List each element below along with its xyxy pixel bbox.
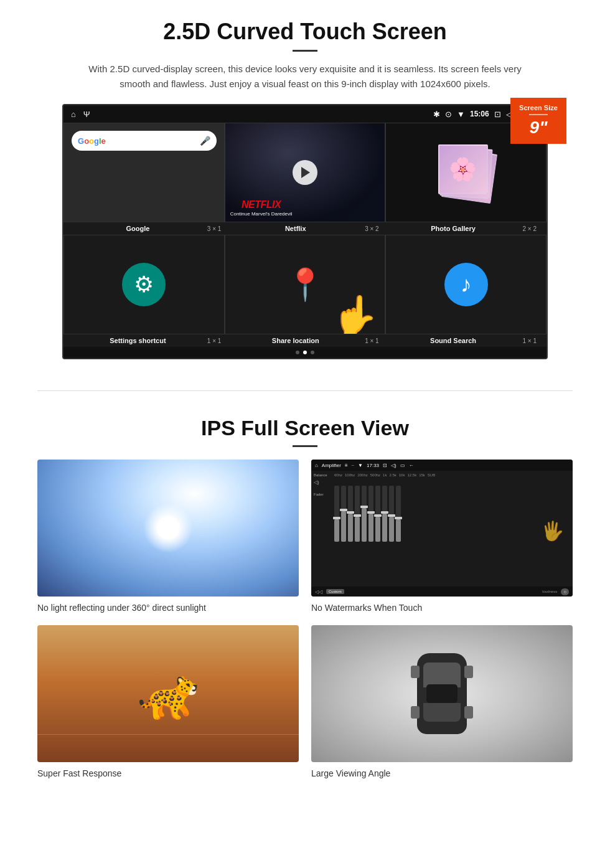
amp-track-2 xyxy=(341,486,346,542)
amp-track-8 xyxy=(382,486,387,542)
badge-size: 9" xyxy=(519,118,558,138)
google-label: Google xyxy=(68,225,207,232)
google-logo: Google xyxy=(78,136,106,146)
netflix-app-cell[interactable]: NETFLIX Continue Marvel's Daredevil xyxy=(225,123,386,222)
amp-handle-10[interactable] xyxy=(395,517,402,519)
amp-arrow-left: ◁◁ xyxy=(315,589,322,595)
status-time: 15:06 xyxy=(470,110,489,118)
amp-handle-2[interactable] xyxy=(340,509,347,511)
amp-content: Balance ◁) Fader 60hz100hz200hz500hz1k2.… xyxy=(311,471,573,587)
feature-amplifier: ⌂ Amplifier ≡ ·· ▼ 17:33 ⊡ ◁) ▭ ← Balanc… xyxy=(311,460,573,613)
netflix-play-button[interactable] xyxy=(293,160,317,185)
amp-sidebar: Balance ◁) Fader xyxy=(314,473,332,584)
camera-icon[interactable]: ⊡ xyxy=(494,110,501,119)
share-grid-size: 1 × 1 xyxy=(365,337,379,344)
dot-3 xyxy=(311,351,314,354)
amp-fill-4 xyxy=(355,517,360,542)
wifi-icon: ▼ xyxy=(457,110,465,119)
amp-custom-button[interactable]: Custom xyxy=(326,589,344,594)
app-grid-row2: ⚙ 📍 👆 ♪ xyxy=(63,235,547,334)
amp-bar-3 xyxy=(348,486,353,542)
app-grid-row1: Google 🎤 NETFLIX Continue Marvel's Dared… xyxy=(63,123,547,222)
amp-freq-labels: 60hz100hz200hz500hz1k2.5k10k12.5k15kSUB xyxy=(334,473,570,477)
amp-fader-label: Fader xyxy=(314,493,332,496)
amp-handle-9[interactable] xyxy=(388,514,395,517)
amp-handle-8[interactable] xyxy=(381,511,388,514)
sunlight-label: No light reflecting under 360° direct su… xyxy=(37,603,299,613)
ips-screen-section: IPS Full Screen View No light reflecting… xyxy=(0,410,610,797)
car-label: Large Viewing Angle xyxy=(311,768,573,778)
amp-bars: 🖐 xyxy=(334,479,570,542)
cheetah-visual: 🐆 xyxy=(37,625,299,762)
status-bar: ⌂ Ψ ✱ ⊙ ▼ 15:06 ⊡ ◁) ⊠ ▭ xyxy=(63,105,547,123)
screen-size-badge: Screen Size 9" xyxy=(510,98,566,144)
amp-bar-8 xyxy=(382,486,387,542)
car-rear xyxy=(423,703,461,722)
gallery-label: Photo Gallery xyxy=(384,225,523,232)
amp-balance-label: Balance xyxy=(314,473,332,477)
google-search-bar[interactable]: Google 🎤 xyxy=(72,131,217,151)
amp-bar-7 xyxy=(375,486,380,542)
sound-label: Sound Search xyxy=(384,337,523,344)
settings-grid-size: 1 × 1 xyxy=(207,337,222,344)
gallery-card-front: 🌸 xyxy=(438,144,488,194)
google-grid-size: 3 × 1 xyxy=(207,225,222,232)
amplifier-label: No Watermarks When Touch xyxy=(311,603,573,613)
sunlight-image xyxy=(37,460,299,597)
feature-grid: No light reflecting under 360° direct su… xyxy=(37,460,573,778)
google-app-cell[interactable]: Google 🎤 xyxy=(63,123,225,222)
amp-bar-4 xyxy=(355,486,360,542)
amp-track-9 xyxy=(389,486,394,542)
car-windshield xyxy=(423,663,461,687)
sunlight-visual xyxy=(37,460,299,597)
amp-wifi: ▼ xyxy=(358,463,363,468)
location-icon: ⊙ xyxy=(445,110,452,119)
amp-faders: 60hz100hz200hz500hz1k2.5k10k12.5k15kSUB xyxy=(334,473,570,584)
sound-search-app-cell[interactable]: ♪ xyxy=(385,235,547,334)
feature-cheetah: 🐆 Super Fast Response xyxy=(37,625,299,778)
amp-handle-5[interactable] xyxy=(360,506,368,508)
amp-track-10 xyxy=(396,486,401,542)
curved-screen-section: 2.5D Curved Touch Screen With 2.5D curve… xyxy=(0,0,610,372)
gallery-grid-size: 2 × 2 xyxy=(522,225,537,232)
amp-fill-9 xyxy=(389,517,394,542)
share-location-app-cell[interactable]: 📍 👆 xyxy=(225,235,386,334)
amp-fill-5 xyxy=(362,508,367,542)
amp-header: ⌂ Amplifier ≡ ·· ▼ 17:33 ⊡ ◁) ▭ ← xyxy=(311,460,573,471)
netflix-label: Netflix xyxy=(226,225,365,232)
amp-fill-3 xyxy=(348,514,353,542)
bluetooth-icon: ✱ xyxy=(433,110,440,119)
amp-handle-1[interactable] xyxy=(333,517,340,519)
amp-handle-4[interactable] xyxy=(354,514,361,517)
hand-pointing-icon: 👆 xyxy=(332,293,378,334)
amp-time: 17:33 xyxy=(367,463,379,468)
ground-line xyxy=(37,734,299,735)
amp-track-5 xyxy=(362,486,367,542)
amp-home-icon: ⌂ xyxy=(315,463,318,468)
car-wheel-front-left xyxy=(411,666,420,678)
dot-2 xyxy=(303,351,307,354)
cheetah-icon: 🐆 xyxy=(137,664,199,723)
car-wheel-rear-right xyxy=(464,706,473,719)
screen-mock-wrapper: Screen Size 9" ⌂ Ψ ✱ ⊙ ▼ 15:06 ⊡ ◁) ⊠ xyxy=(62,104,548,359)
amplifier-visual: ⌂ Amplifier ≡ ·· ▼ 17:33 ⊡ ◁) ▭ ← Balanc… xyxy=(311,460,573,597)
app-labels-row2: Settings shortcut 1 × 1 Share location 1… xyxy=(63,334,547,347)
home-icon[interactable]: ⌂ xyxy=(71,110,76,119)
section2-title: IPS Full Screen View xyxy=(37,416,573,440)
screen-dots xyxy=(63,347,547,358)
car-image xyxy=(311,625,573,762)
amp-toggle[interactable]: ○ xyxy=(561,588,569,595)
amp-handle-7[interactable] xyxy=(374,514,382,517)
netflix-subtitle: Continue Marvel's Daredevil xyxy=(230,211,293,217)
amp-handle-6[interactable] xyxy=(367,511,375,514)
amp-fill-1 xyxy=(334,519,339,542)
settings-gear-icon: ⚙ xyxy=(134,271,154,298)
amp-track-6 xyxy=(368,486,373,542)
mic-icon[interactable]: 🎤 xyxy=(200,136,210,146)
usb-icon: Ψ xyxy=(83,110,90,119)
amp-handle-3[interactable] xyxy=(347,511,354,514)
amplifier-image: ⌂ Amplifier ≡ ·· ▼ 17:33 ⊡ ◁) ▭ ← Balanc… xyxy=(311,460,573,597)
netflix-overlay: NETFLIX Continue Marvel's Daredevil xyxy=(230,199,293,217)
settings-app-cell[interactable]: ⚙ xyxy=(63,235,225,334)
app-labels-row1: Google 3 × 1 Netflix 3 × 2 Photo Gallery… xyxy=(63,222,547,235)
